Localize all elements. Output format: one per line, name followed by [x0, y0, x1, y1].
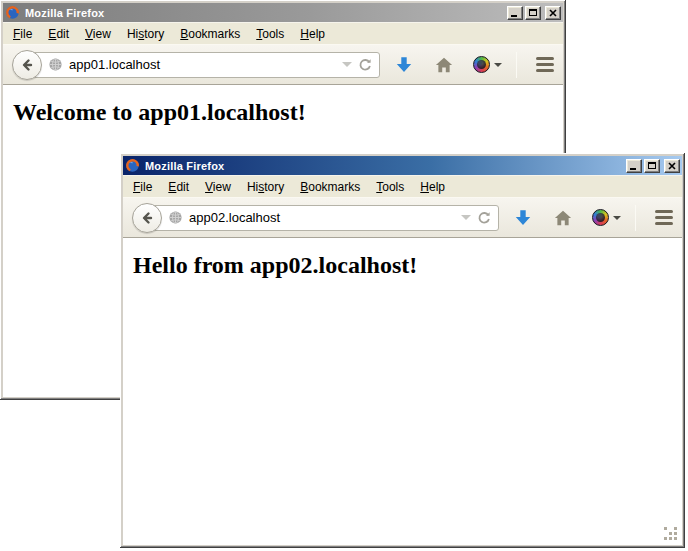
color-wheel-icon — [592, 209, 609, 226]
page-heading: Welcome to app01.localhost! — [13, 99, 563, 126]
page-content: Hello from app02.localhost! — [123, 238, 682, 545]
url-text: app02.localhost — [189, 210, 455, 225]
globe-icon — [168, 210, 183, 225]
menu-bar: File Edit View History Bookmarks Tools H… — [3, 22, 563, 44]
menu-edit[interactable]: Edit — [40, 24, 77, 44]
home-icon[interactable] — [554, 210, 572, 226]
menu-tools[interactable]: Tools — [368, 177, 412, 197]
dropdown-caret-icon — [613, 216, 621, 220]
maximize-button[interactable] — [525, 6, 541, 20]
back-button[interactable] — [12, 50, 42, 80]
titlebar[interactable]: Mozilla Firefox — [3, 3, 563, 22]
menu-history[interactable]: History — [239, 177, 292, 197]
url-bar[interactable]: app02.localhost — [146, 205, 499, 231]
color-wheel-button[interactable] — [473, 56, 502, 73]
menu-bookmarks[interactable]: Bookmarks — [172, 24, 248, 44]
minimize-button[interactable] — [507, 6, 523, 20]
menu-icon[interactable] — [533, 54, 557, 75]
color-wheel-icon — [473, 56, 490, 73]
navigation-toolbar: app02.localhost — [123, 197, 682, 238]
menu-view[interactable]: View — [197, 177, 239, 197]
menu-file[interactable]: File — [125, 177, 160, 197]
url-text: app01.localhost — [69, 57, 336, 72]
urlbar-dropdown-icon[interactable] — [461, 215, 471, 220]
color-wheel-button[interactable] — [592, 209, 621, 226]
navigation-toolbar: app01.localhost — [3, 44, 563, 85]
menu-edit[interactable]: Edit — [160, 177, 197, 197]
back-button[interactable] — [132, 203, 162, 233]
back-icon — [139, 210, 155, 226]
resize-grip[interactable] — [664, 527, 678, 541]
reload-icon[interactable] — [477, 211, 491, 225]
minimize-icon — [511, 15, 517, 17]
back-icon — [19, 57, 35, 73]
minimize-icon — [630, 168, 636, 170]
menu-icon[interactable] — [652, 207, 676, 228]
maximize-icon — [529, 9, 537, 16]
home-icon[interactable] — [435, 57, 453, 73]
firefox-logo-icon — [5, 5, 20, 20]
page-heading: Hello from app02.localhost! — [133, 252, 682, 279]
dropdown-caret-icon — [494, 63, 502, 67]
download-icon[interactable] — [514, 210, 532, 226]
maximize-button[interactable] — [644, 159, 660, 173]
menu-help[interactable]: Help — [412, 177, 453, 197]
firefox-window-app02: Mozilla Firefox File Edit View History B… — [120, 153, 685, 548]
titlebar[interactable]: Mozilla Firefox — [123, 156, 682, 175]
menu-tools[interactable]: Tools — [248, 24, 292, 44]
minimize-button[interactable] — [626, 159, 642, 173]
reload-icon[interactable] — [358, 58, 372, 72]
window-title: Mozilla Firefox — [144, 160, 622, 172]
window-title: Mozilla Firefox — [24, 7, 503, 19]
close-icon — [668, 162, 676, 170]
menu-bookmarks[interactable]: Bookmarks — [292, 177, 368, 197]
menu-bar: File Edit View History Bookmarks Tools H… — [123, 175, 682, 197]
download-icon[interactable] — [395, 57, 413, 73]
toolbar-separator — [516, 52, 517, 78]
close-button[interactable] — [545, 6, 561, 20]
menu-view[interactable]: View — [77, 24, 119, 44]
menu-history[interactable]: History — [119, 24, 172, 44]
close-button[interactable] — [664, 159, 680, 173]
globe-icon — [48, 57, 63, 72]
url-bar[interactable]: app01.localhost — [26, 52, 380, 78]
menu-help[interactable]: Help — [292, 24, 333, 44]
close-icon — [549, 9, 557, 17]
toolbar-separator — [635, 205, 636, 231]
maximize-icon — [648, 162, 656, 169]
desktop: Mozilla Firefox File Edit View History B… — [0, 0, 688, 551]
urlbar-dropdown-icon[interactable] — [342, 62, 352, 67]
firefox-logo-icon — [125, 158, 140, 173]
menu-file[interactable]: File — [5, 24, 40, 44]
